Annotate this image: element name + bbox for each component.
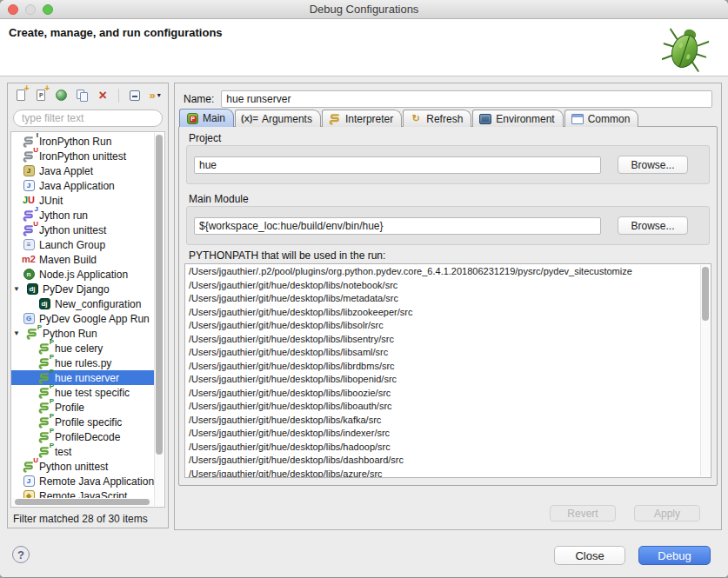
tree-item-node-js-application[interactable]: nNode.js Application: [11, 267, 154, 282]
tree-item-label: Java Applet: [39, 165, 93, 177]
configuration-detail-panel: Name: PMain(x)=ArgumentsInterpreter↻Refr…: [174, 83, 722, 530]
main-tab-icon: P: [185, 112, 199, 125]
name-label: Name:: [184, 93, 214, 105]
tree-item-java-application[interactable]: JJava Application: [11, 178, 154, 193]
tree-horizontal-scrollbar[interactable]: [12, 498, 153, 506]
new-launch-configuration-prototype-button[interactable]: P+: [35, 88, 49, 103]
pythonpath-scrollbar-thumb[interactable]: [702, 267, 709, 321]
tab-arguments[interactable]: (x)=Arguments: [235, 110, 321, 127]
project-input[interactable]: [194, 156, 601, 174]
tree-item-profiledecode[interactable]: PProfileDecode: [11, 429, 154, 444]
pythonpath-entry[interactable]: /Users/jgauthier/git/hue/desktop/libs/li…: [185, 346, 699, 360]
tree-item-label: hue test specific: [55, 387, 130, 399]
pythonpath-entry[interactable]: /Users/jgauthier/git/hue/desktop/libs/me…: [185, 292, 699, 306]
pythonpath-entry[interactable]: /Users/jgauthier/git/hue/desktop/libs/ha…: [185, 441, 699, 455]
debug-bug-icon: [662, 23, 709, 76]
tree-item-profile-specific[interactable]: PProfile specific: [11, 415, 154, 429]
python-run-icon: P: [37, 445, 51, 458]
tree-item-ironpython-unittest[interactable]: UIronPython unittest: [11, 149, 154, 163]
tree-item-launch-group[interactable]: ≡Launch Group: [11, 237, 154, 252]
pythonpath-list[interactable]: /Users/jgauthier/.p2/pool/plugins/org.py…: [184, 263, 711, 478]
revert-button[interactable]: Revert: [550, 505, 616, 522]
pythonpath-entry[interactable]: /Users/jgauthier/git/hue/desktop/libs/az…: [185, 468, 699, 478]
tree-item-profile[interactable]: PProfile: [11, 400, 154, 415]
tree-item-remote-java-application[interactable]: JRemote Java Application: [11, 474, 154, 488]
java-application-icon: J: [22, 179, 36, 192]
main-module-label: Main Module: [189, 193, 249, 205]
pythonpath-entry[interactable]: /Users/jgauthier/.p2/pool/plugins/org.py…: [185, 265, 699, 279]
pythonpath-entry[interactable]: /Users/jgauthier/git/hue/desktop/libs/li…: [185, 333, 699, 347]
tree-item-python-unittest[interactable]: UPython unittest: [11, 459, 154, 474]
tree-item-label: hue rules.py: [55, 357, 111, 369]
tree-item-hue-celery[interactable]: Phue celery: [11, 341, 154, 355]
tree-item-python-run[interactable]: ▼PPython Run: [11, 326, 154, 341]
configurations-panel: +P+×»▾ IIronPython RunUIronPython unitte…: [7, 83, 169, 528]
duplicate-launch-configuration-button[interactable]: [76, 88, 90, 103]
configurations-tree[interactable]: IIronPython RunUIronPython unittestJJava…: [10, 131, 165, 508]
main-module-input[interactable]: [194, 217, 601, 235]
configurations-toolbar: +P+×»▾: [8, 83, 168, 107]
gae-icon: G: [22, 312, 36, 325]
tree-vertical-scrollbar-thumb[interactable]: [156, 135, 163, 455]
python-run-icon: P: [25, 327, 39, 340]
tree-item-label: PyDev Google App Run: [39, 313, 150, 325]
apply-button[interactable]: Apply: [634, 505, 700, 522]
tab-common[interactable]: Common: [564, 110, 639, 127]
pythonpath-entry[interactable]: /Users/jgauthier/git/hue/desktop/libs/no…: [185, 279, 699, 293]
tree-item-junit[interactable]: JUJUnit: [11, 193, 154, 208]
filter-status: Filter matched 28 of 30 items: [13, 513, 148, 525]
pythonpath-entry[interactable]: /Users/jgauthier/git/hue/desktop/libs/li…: [185, 387, 699, 401]
tab-main[interactable]: PMain: [179, 109, 234, 127]
tree-item-maven-build[interactable]: m2Maven Build: [11, 252, 154, 267]
tree-item-hue-rules-py[interactable]: Phue rules.py: [11, 355, 154, 370]
tree-item-hue-test-specific[interactable]: Phue test specific: [11, 385, 154, 400]
tab-environment[interactable]: Environment: [472, 110, 563, 127]
jython-unittest-icon: U: [22, 223, 36, 236]
delete-launch-configuration-button[interactable]: ×: [96, 88, 110, 103]
pythonpath-entry[interactable]: /Users/jgauthier/git/hue/desktop/libs/da…: [185, 454, 699, 468]
tree-horizontal-scrollbar-thumb[interactable]: [15, 499, 150, 505]
pythonpath-entry[interactable]: /Users/jgauthier/git/hue/desktop/libs/li…: [185, 306, 699, 320]
tab-interpreter[interactable]: Interpreter: [322, 110, 402, 127]
collapse-all-button[interactable]: [128, 88, 142, 103]
tree-item-label: Jython unittest: [39, 224, 106, 236]
tab-label: Arguments: [262, 113, 312, 125]
help-button[interactable]: ?: [12, 546, 30, 563]
tree-vertical-scrollbar[interactable]: [154, 133, 164, 506]
project-browse-button[interactable]: Browse...: [618, 156, 688, 174]
close-button[interactable]: Close: [554, 546, 625, 565]
twistie-expanded-icon[interactable]: ▼: [13, 285, 25, 293]
titlebar[interactable]: Debug Configurations: [0, 0, 728, 19]
tab-label: Main: [203, 112, 225, 124]
tab-label: Common: [588, 113, 631, 125]
export-launch-configurations-button[interactable]: [55, 88, 69, 103]
pythonpath-entry[interactable]: /Users/jgauthier/git/hue/desktop/libs/li…: [185, 360, 699, 374]
tab-refresh[interactable]: ↻Refresh: [403, 110, 471, 127]
tree-item-pydev-google-app-run[interactable]: GPyDev Google App Run: [11, 311, 154, 326]
pythonpath-entry[interactable]: /Users/jgauthier/git/hue/desktop/libs/li…: [185, 373, 699, 387]
filter-input[interactable]: [13, 110, 163, 127]
export-icon: [56, 90, 67, 101]
pythonpath-entry[interactable]: /Users/jgauthier/git/hue/desktop/libs/in…: [185, 427, 699, 441]
filter-launch-configurations-button[interactable]: »▾: [148, 88, 162, 103]
tree-item-java-applet[interactable]: JJava Applet: [11, 163, 154, 178]
tree-item-pydev-django[interactable]: ▼djPyDev Django: [11, 282, 154, 296]
name-input[interactable]: [221, 90, 712, 108]
pythonpath-vertical-scrollbar[interactable]: [700, 265, 710, 476]
django-icon: dj: [37, 297, 51, 310]
debug-button[interactable]: Debug: [638, 546, 711, 565]
twistie-expanded-icon[interactable]: ▼: [13, 329, 25, 337]
tree-item-jython-unittest[interactable]: UJython unittest: [11, 223, 154, 237]
new-launch-configuration-button[interactable]: +: [14, 88, 28, 103]
pythonpath-entry[interactable]: /Users/jgauthier/git/hue/desktop/libs/li…: [185, 319, 699, 333]
tree-item-new-configuration[interactable]: djNew_configuration: [11, 296, 154, 311]
main-module-browse-button[interactable]: Browse...: [618, 216, 688, 235]
tree-item-label: hue celery: [55, 342, 103, 355]
pythonpath-entry[interactable]: /Users/jgauthier/git/hue/desktop/libs/ka…: [185, 414, 699, 428]
pythonpath-entry[interactable]: /Users/jgauthier/git/hue/desktop/libs/li…: [185, 400, 699, 414]
project-label: Project: [189, 132, 221, 144]
tree-item-hue-runserver[interactable]: Phue runserver: [11, 370, 154, 385]
project-group: Browse...: [186, 145, 710, 184]
collapse-all-icon: [130, 90, 140, 101]
launch-group-icon: ≡: [22, 238, 36, 251]
